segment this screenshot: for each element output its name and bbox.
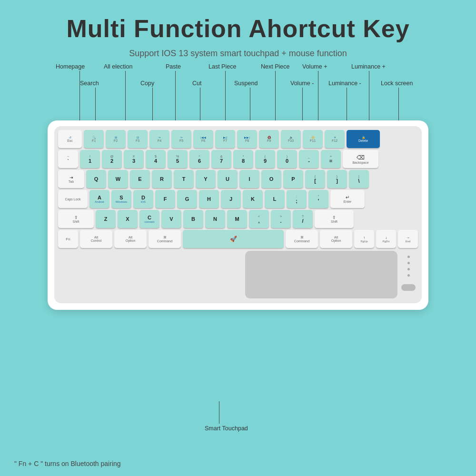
key-fn[interactable]: Fn (58, 230, 78, 248)
bottom-row: Fn Alt Control Alt Option ⌘ Command 🚀 (58, 230, 418, 248)
label-smart-touchpad: Smart Touchpad (205, 425, 248, 432)
touchpad-area (58, 251, 418, 298)
label-suspend: Suspend (234, 80, 258, 87)
key-option-right[interactable]: Alt Option (320, 230, 352, 248)
main-title: Multi Function Ahortcut Key (0, 0, 476, 43)
label-search: Search (80, 80, 99, 87)
label-all-election: All election (104, 63, 132, 70)
key-pgup[interactable]: ↑ PgUp (354, 230, 374, 248)
key-lbracket[interactable]: { [ (305, 170, 325, 188)
key-l[interactable]: L (265, 190, 285, 208)
key-backslash[interactable]: | \ (349, 170, 369, 188)
key-tab[interactable]: ⇥ Tab (58, 170, 84, 188)
key-a[interactable]: A Androd (89, 190, 109, 208)
key-h[interactable]: H (199, 190, 219, 208)
key-1[interactable]: ! 1 (80, 150, 100, 168)
key-period[interactable]: > . (271, 210, 291, 228)
key-6[interactable]: ^ 6 (189, 150, 209, 168)
key-quote[interactable]: " ' (308, 190, 328, 208)
key-slash[interactable]: ? / (293, 210, 313, 228)
key-p[interactable]: P (283, 170, 303, 188)
key-control[interactable]: Alt Control (80, 230, 112, 248)
key-r[interactable]: R (152, 170, 172, 188)
key-f[interactable]: F (155, 190, 175, 208)
key-backspace[interactable]: ⌫ Backspace (343, 150, 378, 168)
key-capslock[interactable]: Caps Lock (58, 190, 88, 208)
key-k[interactable]: K (243, 190, 263, 208)
label-volume-plus: Volume + (302, 63, 327, 70)
key-o[interactable]: O (261, 170, 281, 188)
key-esc[interactable]: ↺ Esc (58, 130, 82, 148)
key-x[interactable]: X (118, 210, 138, 228)
dot-2 (407, 262, 410, 264)
key-g[interactable]: G (177, 190, 197, 208)
dot-4 (407, 274, 410, 277)
key-delete[interactable]: 🔒 Delete (347, 130, 380, 148)
number-row: ~ ` ! 1 @ 2 # 3 $ 4 (58, 150, 418, 168)
key-3[interactable]: # 3 (124, 150, 144, 168)
key-j[interactable]: J (221, 190, 241, 208)
dot-1 (407, 256, 410, 258)
label-copy: Copy (140, 80, 154, 87)
key-w[interactable]: W (108, 170, 128, 188)
key-5[interactable]: % 5 (168, 150, 188, 168)
key-f1[interactable]: 🔍 F1 (84, 130, 104, 148)
key-semicolon[interactable]: : ; (287, 190, 307, 208)
key-f6[interactable]: |◀◀ F6 (193, 130, 213, 148)
key-q[interactable]: Q (86, 170, 106, 188)
key-f9[interactable]: 🔇 F9 (259, 130, 279, 148)
key-f11[interactable]: 🔆 F11 (303, 130, 323, 148)
key-9[interactable]: ( 9 (255, 150, 275, 168)
key-v[interactable]: V (161, 210, 181, 228)
key-backtick[interactable]: ~ ` (58, 150, 78, 168)
key-enter[interactable]: ↵ Enter (330, 190, 365, 208)
label-homepage: Homepage (56, 63, 85, 70)
key-comma[interactable]: < , (249, 210, 269, 228)
key-shift-left[interactable]: ⇧ Shift (58, 210, 94, 228)
key-4[interactable]: $ 4 (146, 150, 166, 168)
key-shift-right[interactable]: ⇧ Shift (315, 210, 354, 228)
dot-3 (407, 268, 410, 270)
key-t[interactable]: T (174, 170, 194, 188)
key-i[interactable]: I (239, 170, 259, 188)
label-cut: Cut (192, 80, 201, 87)
key-f10[interactable]: 🔉 F10 (281, 130, 301, 148)
fn-row: ↺ Esc 🔍 F1 ⊞ F2 ⊟ F3 ✂ F4 (58, 130, 418, 148)
key-0[interactable]: ) 0 (277, 150, 297, 168)
key-option[interactable]: Alt Option (114, 230, 147, 248)
key-f3[interactable]: ⊟ F3 (128, 130, 148, 148)
key-m[interactable]: M (227, 210, 247, 228)
key-u[interactable]: U (218, 170, 238, 188)
key-f8[interactable]: ▶▶| F8 (237, 130, 257, 148)
key-minus[interactable]: _ - (299, 150, 319, 168)
key-8[interactable]: * 8 (233, 150, 253, 168)
key-7[interactable]: & 7 (211, 150, 231, 168)
key-n[interactable]: N (205, 210, 225, 228)
key-f12[interactable]: ☀ F12 (325, 130, 345, 148)
key-f7[interactable]: ▶|| F7 (215, 130, 235, 148)
key-f4[interactable]: ✂ F4 (149, 130, 169, 148)
key-f5[interactable]: ✂ F5 (171, 130, 191, 148)
key-pgdn[interactable]: ↓ PgDn (376, 230, 396, 248)
key-2[interactable]: @ 2 (102, 150, 122, 168)
key-space[interactable]: 🚀 (183, 230, 284, 248)
touchpad[interactable] (245, 251, 397, 298)
key-e[interactable]: E (130, 170, 150, 188)
key-command-right[interactable]: ⌘ Command (286, 230, 318, 248)
label-luminance-minus: Luminance - (328, 80, 361, 87)
key-d[interactable]: D iOS (133, 190, 153, 208)
subtitle: Support IOS 13 system smart touchpad + m… (0, 49, 476, 59)
key-f2[interactable]: ⊞ F2 (106, 130, 126, 148)
key-command-left[interactable]: ⌘ Command (149, 230, 181, 248)
key-c[interactable]: C connect (139, 210, 159, 228)
key-s[interactable]: S Windows (111, 190, 131, 208)
key-z[interactable]: Z (96, 210, 116, 228)
key-b[interactable]: B (183, 210, 203, 228)
indicator-dots (401, 251, 418, 291)
key-rbracket[interactable]: } ] (327, 170, 347, 188)
label-next-piece: Next Piece (261, 63, 289, 70)
key-end[interactable]: → End (398, 230, 418, 248)
key-equals[interactable]: + = (321, 150, 341, 168)
key-y[interactable]: Y (196, 170, 216, 188)
power-button[interactable] (401, 284, 416, 291)
